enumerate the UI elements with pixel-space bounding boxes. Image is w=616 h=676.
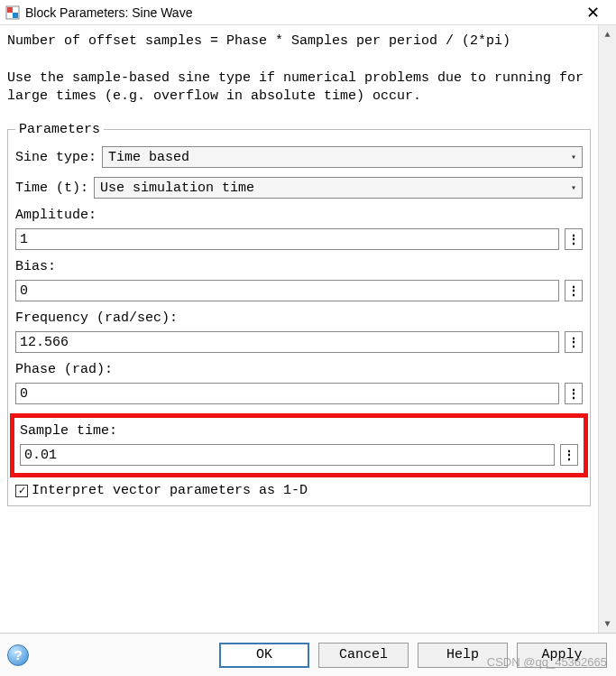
scroll-area: Number of offset samples = Phase * Sampl… (0, 25, 598, 633)
sine-type-label: Sine type: (15, 150, 97, 165)
interpret-1d-row[interactable]: ✓ Interpret vector parameters as 1-D (15, 483, 583, 498)
sample-time-block: Sample time: ⋮ (20, 423, 578, 466)
sine-type-value: Time based (108, 150, 189, 165)
titlebar: Block Parameters: Sine Wave ✕ (0, 0, 616, 25)
help-icon[interactable]: ? (7, 644, 29, 666)
help-button[interactable]: Help (418, 643, 508, 668)
parameters-fieldset: Parameters Sine type: Time based ▾ Time … (7, 122, 591, 506)
scroll-down-arrow[interactable]: ▼ (599, 615, 616, 633)
parameters-legend: Parameters (15, 122, 104, 137)
phase-label: Phase (rad): (15, 362, 583, 377)
bias-label: Bias: (15, 259, 583, 274)
content-wrap: Number of offset samples = Phase * Sampl… (0, 25, 616, 633)
close-icon[interactable]: ✕ (575, 3, 611, 23)
bias-input[interactable] (15, 280, 559, 301)
sample-time-label: Sample time: (20, 423, 578, 439)
phase-input[interactable] (15, 383, 559, 404)
more-options-button[interactable]: ⋮ (565, 331, 583, 353)
amplitude-input[interactable] (15, 228, 559, 250)
bias-block: Bias: ⋮ (15, 259, 583, 301)
interpret-1d-checkbox[interactable]: ✓ (15, 485, 28, 497)
amplitude-label: Amplitude: (15, 208, 583, 223)
window-title: Block Parameters: Sine Wave (25, 5, 575, 20)
scroll-up-arrow[interactable]: ▲ (599, 25, 616, 43)
svg-rect-2 (13, 13, 18, 18)
time-row: Time (t): Use simulation time ▾ (15, 177, 583, 199)
sample-time-highlight: Sample time: ⋮ (10, 413, 588, 477)
svg-rect-1 (7, 7, 13, 13)
more-options-button[interactable]: ⋮ (565, 280, 583, 301)
frequency-input[interactable] (15, 331, 559, 353)
chevron-down-icon: ▾ (571, 152, 576, 162)
sine-type-dropdown[interactable]: Time based ▾ (102, 146, 583, 168)
more-options-button[interactable]: ⋮ (565, 383, 583, 404)
sample-time-input[interactable] (20, 444, 555, 466)
sine-type-row: Sine type: Time based ▾ (15, 146, 583, 168)
phase-block: Phase (rad): ⋮ (15, 362, 583, 404)
description-line1: Number of offset samples = Phase * Sampl… (7, 32, 591, 51)
vertical-scrollbar[interactable]: ▲ ▼ (598, 25, 616, 633)
amplitude-block: Amplitude: ⋮ (15, 208, 583, 250)
frequency-label: Frequency (rad/sec): (15, 310, 583, 326)
interpret-1d-label: Interpret vector parameters as 1-D (32, 483, 308, 498)
app-icon (5, 5, 20, 20)
ok-button[interactable]: OK (219, 643, 309, 668)
frequency-block: Frequency (rad/sec): ⋮ (15, 310, 583, 353)
time-value: Use simulation time (100, 181, 254, 196)
description-line2: Use the sample-based sine type if numeri… (7, 69, 591, 106)
chevron-down-icon: ▾ (571, 182, 576, 193)
more-options-button[interactable]: ⋮ (565, 228, 583, 250)
footer: ? OK Cancel Help Apply (0, 633, 616, 676)
time-label: Time (t): (15, 181, 88, 196)
time-dropdown[interactable]: Use simulation time ▾ (94, 177, 583, 199)
cancel-button[interactable]: Cancel (318, 643, 409, 668)
apply-button[interactable]: Apply (517, 643, 607, 668)
description: Number of offset samples = Phase * Sampl… (7, 32, 591, 106)
more-options-button[interactable]: ⋮ (560, 444, 578, 466)
